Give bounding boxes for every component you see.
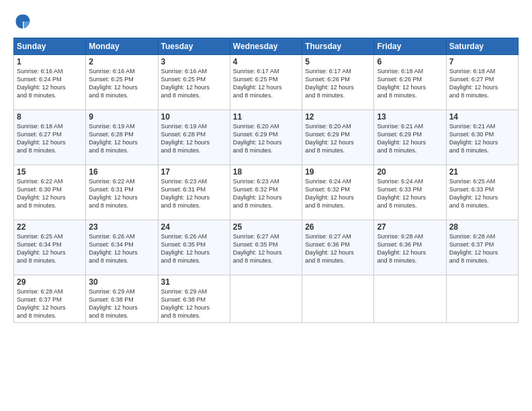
day-number: 13: [377, 112, 443, 122]
calendar-cell: 11Sunrise: 6:20 AMSunset: 6:29 PMDayligh…: [230, 110, 302, 165]
day-number: 17: [161, 167, 227, 177]
calendar-cell: 23Sunrise: 6:26 AMSunset: 6:34 PMDayligh…: [86, 220, 158, 275]
day-number: 14: [449, 112, 515, 122]
day-number: 18: [233, 167, 299, 177]
day-info: Sunrise: 6:28 AMSunset: 6:37 PMDaylight:…: [17, 287, 83, 320]
calendar-cell: 8Sunrise: 6:18 AMSunset: 6:27 PMDaylight…: [14, 110, 86, 165]
calendar-cell: 5Sunrise: 6:17 AMSunset: 6:26 PMDaylight…: [302, 55, 374, 110]
day-info: Sunrise: 6:22 AMSunset: 6:31 PMDaylight:…: [89, 177, 154, 210]
day-number: 3: [161, 57, 227, 66]
day-info: Sunrise: 6:29 AMSunset: 6:38 PMDaylight:…: [161, 287, 227, 320]
day-info: Sunrise: 6:25 AMSunset: 6:33 PMDaylight:…: [449, 177, 515, 210]
calendar-cell: 28Sunrise: 6:28 AMSunset: 6:37 PMDayligh…: [446, 220, 518, 275]
day-info: Sunrise: 6:24 AMSunset: 6:32 PMDaylight:…: [305, 177, 371, 210]
day-number: 11: [233, 112, 299, 122]
day-info: Sunrise: 6:23 AMSunset: 6:32 PMDaylight:…: [233, 177, 299, 210]
day-info: Sunrise: 6:23 AMSunset: 6:31 PMDaylight:…: [161, 177, 227, 210]
day-number: 27: [377, 222, 443, 232]
day-number: 30: [89, 277, 154, 287]
day-number: 28: [449, 222, 515, 232]
calendar-week-row: 15Sunrise: 6:22 AMSunset: 6:30 PMDayligh…: [14, 165, 519, 220]
calendar-cell: 2Sunrise: 6:16 AMSunset: 6:25 PMDaylight…: [86, 55, 158, 110]
calendar-cell: 17Sunrise: 6:23 AMSunset: 6:31 PMDayligh…: [158, 165, 230, 220]
day-info: Sunrise: 6:17 AMSunset: 6:26 PMDaylight:…: [305, 67, 371, 100]
calendar-week-row: 8Sunrise: 6:18 AMSunset: 6:27 PMDaylight…: [14, 110, 519, 165]
day-info: Sunrise: 6:19 AMSunset: 6:28 PMDaylight:…: [89, 122, 154, 155]
calendar-cell: 20Sunrise: 6:24 AMSunset: 6:33 PMDayligh…: [374, 165, 446, 220]
calendar-header-row: SundayMondayTuesdayWednesdayThursdayFrid…: [14, 38, 519, 55]
calendar-cell: 26Sunrise: 6:27 AMSunset: 6:36 PMDayligh…: [302, 220, 374, 275]
calendar-day-header: Monday: [86, 38, 158, 55]
calendar-cell: 4Sunrise: 6:17 AMSunset: 6:25 PMDaylight…: [230, 55, 302, 110]
day-info: Sunrise: 6:21 AMSunset: 6:29 PMDaylight:…: [377, 122, 443, 155]
day-number: 19: [305, 167, 371, 177]
day-info: Sunrise: 6:18 AMSunset: 6:27 PMDaylight:…: [17, 122, 83, 155]
day-number: 8: [17, 112, 83, 122]
calendar-cell: 18Sunrise: 6:23 AMSunset: 6:32 PMDayligh…: [230, 165, 302, 220]
calendar-cell: 10Sunrise: 6:19 AMSunset: 6:28 PMDayligh…: [158, 110, 230, 165]
calendar-day-header: Friday: [374, 38, 446, 55]
day-info: Sunrise: 6:16 AMSunset: 6:25 PMDaylight:…: [161, 67, 227, 100]
calendar-cell: 24Sunrise: 6:26 AMSunset: 6:35 PMDayligh…: [158, 220, 230, 275]
day-info: Sunrise: 6:27 AMSunset: 6:35 PMDaylight:…: [233, 232, 299, 265]
calendar-cell: 9Sunrise: 6:19 AMSunset: 6:28 PMDaylight…: [86, 110, 158, 165]
calendar-cell: 27Sunrise: 6:28 AMSunset: 6:36 PMDayligh…: [374, 220, 446, 275]
header: [13, 12, 519, 31]
day-info: Sunrise: 6:17 AMSunset: 6:25 PMDaylight:…: [233, 67, 299, 100]
calendar-cell: 7Sunrise: 6:18 AMSunset: 6:27 PMDaylight…: [446, 55, 518, 110]
day-number: 26: [305, 222, 371, 232]
calendar-cell: 12Sunrise: 6:20 AMSunset: 6:29 PMDayligh…: [302, 110, 374, 165]
day-number: 24: [161, 222, 227, 232]
day-number: 15: [17, 167, 83, 177]
calendar-cell: 30Sunrise: 6:29 AMSunset: 6:38 PMDayligh…: [86, 275, 158, 323]
day-info: Sunrise: 6:20 AMSunset: 6:29 PMDaylight:…: [233, 122, 299, 155]
day-info: Sunrise: 6:27 AMSunset: 6:36 PMDaylight:…: [305, 232, 371, 265]
calendar-week-row: 29Sunrise: 6:28 AMSunset: 6:37 PMDayligh…: [14, 275, 519, 323]
day-info: Sunrise: 6:26 AMSunset: 6:34 PMDaylight:…: [89, 232, 154, 265]
day-number: 31: [161, 277, 227, 287]
calendar-cell: 6Sunrise: 6:18 AMSunset: 6:26 PMDaylight…: [374, 55, 446, 110]
day-number: 12: [305, 112, 371, 122]
day-number: 4: [233, 57, 299, 66]
calendar-cell: 21Sunrise: 6:25 AMSunset: 6:33 PMDayligh…: [446, 165, 518, 220]
calendar-cell: [230, 275, 302, 323]
day-number: 21: [449, 167, 515, 177]
calendar-day-header: Wednesday: [230, 38, 302, 55]
day-number: 16: [89, 167, 154, 177]
calendar-cell: 13Sunrise: 6:21 AMSunset: 6:29 PMDayligh…: [374, 110, 446, 165]
day-number: 7: [449, 57, 515, 66]
day-number: 2: [89, 57, 154, 66]
day-info: Sunrise: 6:16 AMSunset: 6:24 PMDaylight:…: [17, 67, 83, 100]
day-info: Sunrise: 6:18 AMSunset: 6:27 PMDaylight:…: [449, 67, 515, 100]
day-number: 20: [377, 167, 443, 177]
calendar-cell: 14Sunrise: 6:21 AMSunset: 6:30 PMDayligh…: [446, 110, 518, 165]
day-number: 9: [89, 112, 154, 122]
calendar-cell: 15Sunrise: 6:22 AMSunset: 6:30 PMDayligh…: [14, 165, 86, 220]
day-info: Sunrise: 6:18 AMSunset: 6:26 PMDaylight:…: [377, 67, 443, 100]
day-number: 25: [233, 222, 299, 232]
calendar-day-header: Saturday: [446, 38, 518, 55]
day-info: Sunrise: 6:24 AMSunset: 6:33 PMDaylight:…: [377, 177, 443, 210]
calendar-table: SundayMondayTuesdayWednesdayThursdayFrid…: [13, 38, 519, 323]
page: SundayMondayTuesdayWednesdayThursdayFrid…: [0, 0, 532, 411]
day-info: Sunrise: 6:20 AMSunset: 6:29 PMDaylight:…: [305, 122, 371, 155]
day-info: Sunrise: 6:28 AMSunset: 6:36 PMDaylight:…: [377, 232, 443, 265]
day-info: Sunrise: 6:21 AMSunset: 6:30 PMDaylight:…: [449, 122, 515, 155]
calendar-cell: 19Sunrise: 6:24 AMSunset: 6:32 PMDayligh…: [302, 165, 374, 220]
day-info: Sunrise: 6:28 AMSunset: 6:37 PMDaylight:…: [449, 232, 515, 265]
calendar-cell: [374, 275, 446, 323]
day-info: Sunrise: 6:16 AMSunset: 6:25 PMDaylight:…: [89, 67, 154, 100]
logo: [13, 12, 35, 31]
calendar-cell: 25Sunrise: 6:27 AMSunset: 6:35 PMDayligh…: [230, 220, 302, 275]
day-info: Sunrise: 6:22 AMSunset: 6:30 PMDaylight:…: [17, 177, 83, 210]
day-number: 5: [305, 57, 371, 66]
day-info: Sunrise: 6:25 AMSunset: 6:34 PMDaylight:…: [17, 232, 83, 265]
day-number: 29: [17, 277, 83, 287]
calendar-day-header: Tuesday: [158, 38, 230, 55]
calendar-cell: 22Sunrise: 6:25 AMSunset: 6:34 PMDayligh…: [14, 220, 86, 275]
day-info: Sunrise: 6:19 AMSunset: 6:28 PMDaylight:…: [161, 122, 227, 155]
calendar-cell: [446, 275, 518, 323]
logo-icon: [13, 12, 32, 31]
day-number: 22: [17, 222, 83, 232]
calendar-cell: 31Sunrise: 6:29 AMSunset: 6:38 PMDayligh…: [158, 275, 230, 323]
